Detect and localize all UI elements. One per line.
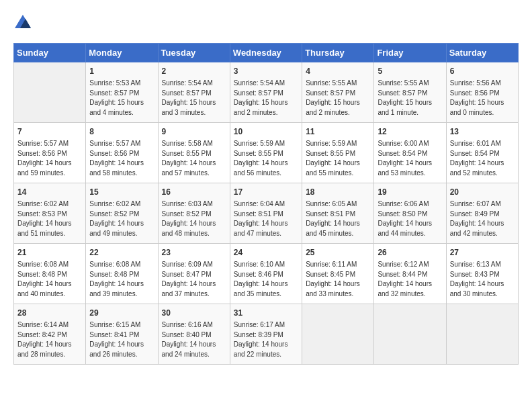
day-header-sunday: Sunday (14, 44, 86, 62)
cell-content: Sunrise: 6:08 AM Sunset: 8:48 PM Dayligh… (89, 260, 154, 299)
cell-content: Sunrise: 6:16 AM Sunset: 8:40 PM Dayligh… (162, 320, 226, 359)
day-number: 27 (450, 246, 515, 259)
calendar-cell: 16Sunrise: 6:03 AM Sunset: 8:52 PM Dayli… (158, 183, 230, 244)
day-header-wednesday: Wednesday (230, 44, 302, 62)
calendar-cell: 25Sunrise: 6:11 AM Sunset: 8:45 PM Dayli… (302, 244, 374, 304)
calendar-cell: 1Sunrise: 5:53 AM Sunset: 8:57 PM Daylig… (86, 62, 158, 123)
day-number: 22 (89, 246, 154, 259)
day-number: 26 (378, 246, 442, 259)
calendar-cell: 17Sunrise: 6:04 AM Sunset: 8:51 PM Dayli… (230, 183, 302, 244)
cell-content: Sunrise: 5:55 AM Sunset: 8:57 PM Dayligh… (306, 79, 370, 118)
day-number: 30 (162, 307, 226, 319)
week-row-3: 14Sunrise: 6:02 AM Sunset: 8:53 PM Dayli… (14, 183, 519, 244)
calendar-cell: 22Sunrise: 6:08 AM Sunset: 8:48 PM Dayli… (86, 244, 158, 304)
day-header-tuesday: Tuesday (158, 44, 230, 62)
cell-content: Sunrise: 6:02 AM Sunset: 8:53 PM Dayligh… (17, 199, 82, 238)
calendar-cell: 15Sunrise: 6:02 AM Sunset: 8:52 PM Dayli… (86, 183, 158, 244)
week-row-4: 21Sunrise: 6:08 AM Sunset: 8:48 PM Dayli… (14, 244, 519, 304)
day-number: 31 (234, 307, 298, 319)
cell-content: Sunrise: 6:17 AM Sunset: 8:39 PM Dayligh… (234, 320, 298, 359)
day-number: 20 (450, 186, 515, 198)
cell-content: Sunrise: 6:12 AM Sunset: 8:44 PM Dayligh… (378, 260, 442, 299)
logo (13, 13, 35, 32)
calendar-cell: 3Sunrise: 5:54 AM Sunset: 8:57 PM Daylig… (230, 62, 302, 123)
cell-content: Sunrise: 6:05 AM Sunset: 8:51 PM Dayligh… (306, 199, 370, 238)
header-row: SundayMondayTuesdayWednesdayThursdayFrid… (14, 44, 519, 62)
calendar-cell: 7Sunrise: 5:57 AM Sunset: 8:56 PM Daylig… (14, 123, 86, 183)
calendar-cell: 2Sunrise: 5:54 AM Sunset: 8:57 PM Daylig… (158, 62, 230, 123)
calendar-cell (14, 62, 86, 123)
day-number: 17 (234, 186, 298, 198)
calendar-cell: 31Sunrise: 6:17 AM Sunset: 8:39 PM Dayli… (230, 304, 302, 365)
calendar-cell: 4Sunrise: 5:55 AM Sunset: 8:57 PM Daylig… (302, 62, 374, 123)
cell-content: Sunrise: 5:54 AM Sunset: 8:57 PM Dayligh… (234, 79, 298, 118)
cell-content: Sunrise: 6:09 AM Sunset: 8:47 PM Dayligh… (162, 260, 226, 299)
calendar-cell: 24Sunrise: 6:10 AM Sunset: 8:46 PM Dayli… (230, 244, 302, 304)
cell-content: Sunrise: 5:58 AM Sunset: 8:55 PM Dayligh… (162, 139, 226, 178)
day-number: 6 (450, 65, 515, 77)
calendar-cell: 8Sunrise: 5:57 AM Sunset: 8:56 PM Daylig… (86, 123, 158, 183)
cell-content: Sunrise: 5:57 AM Sunset: 8:56 PM Dayligh… (89, 139, 154, 178)
day-number: 14 (17, 186, 82, 198)
cell-content: Sunrise: 6:00 AM Sunset: 8:54 PM Dayligh… (378, 139, 442, 178)
cell-content: Sunrise: 6:06 AM Sunset: 8:50 PM Dayligh… (378, 199, 442, 238)
calendar-cell: 20Sunrise: 6:07 AM Sunset: 8:49 PM Dayli… (446, 183, 518, 244)
cell-content: Sunrise: 6:08 AM Sunset: 8:48 PM Dayligh… (17, 260, 82, 299)
day-number: 24 (234, 246, 298, 259)
day-number: 13 (450, 126, 515, 138)
calendar-cell: 26Sunrise: 6:12 AM Sunset: 8:44 PM Dayli… (374, 244, 446, 304)
calendar-cell: 18Sunrise: 6:05 AM Sunset: 8:51 PM Dayli… (302, 183, 374, 244)
day-number: 5 (378, 65, 442, 77)
cell-content: Sunrise: 6:04 AM Sunset: 8:51 PM Dayligh… (234, 199, 298, 238)
day-number: 18 (306, 186, 370, 198)
calendar-cell: 21Sunrise: 6:08 AM Sunset: 8:48 PM Dayli… (14, 244, 86, 304)
cell-content: Sunrise: 6:11 AM Sunset: 8:45 PM Dayligh… (306, 260, 370, 299)
cell-content: Sunrise: 5:59 AM Sunset: 8:55 PM Dayligh… (306, 139, 370, 178)
day-number: 4 (306, 65, 370, 77)
calendar-cell: 27Sunrise: 6:13 AM Sunset: 8:43 PM Dayli… (446, 244, 518, 304)
day-header-monday: Monday (86, 44, 158, 62)
calendar-cell: 10Sunrise: 5:59 AM Sunset: 8:55 PM Dayli… (230, 123, 302, 183)
cell-content: Sunrise: 6:07 AM Sunset: 8:49 PM Dayligh… (450, 199, 515, 238)
cell-content: Sunrise: 6:02 AM Sunset: 8:52 PM Dayligh… (89, 199, 154, 238)
calendar-cell (446, 304, 518, 365)
cell-content: Sunrise: 5:55 AM Sunset: 8:57 PM Dayligh… (378, 79, 442, 118)
day-number: 11 (306, 126, 370, 138)
cell-content: Sunrise: 5:56 AM Sunset: 8:56 PM Dayligh… (450, 79, 515, 118)
day-number: 3 (234, 65, 298, 77)
day-number: 15 (89, 186, 154, 198)
cell-content: Sunrise: 6:01 AM Sunset: 8:54 PM Dayligh… (450, 139, 515, 178)
calendar-table: SundayMondayTuesdayWednesdayThursdayFrid… (13, 43, 519, 365)
cell-content: Sunrise: 6:03 AM Sunset: 8:52 PM Dayligh… (162, 199, 226, 238)
calendar-cell: 19Sunrise: 6:06 AM Sunset: 8:50 PM Dayli… (374, 183, 446, 244)
day-number: 10 (234, 126, 298, 138)
calendar-cell: 28Sunrise: 6:14 AM Sunset: 8:42 PM Dayli… (14, 304, 86, 365)
week-row-1: 1Sunrise: 5:53 AM Sunset: 8:57 PM Daylig… (14, 62, 519, 123)
day-header-friday: Friday (374, 44, 446, 62)
day-header-thursday: Thursday (302, 44, 374, 62)
calendar-cell: 11Sunrise: 5:59 AM Sunset: 8:55 PM Dayli… (302, 123, 374, 183)
calendar-cell: 30Sunrise: 6:16 AM Sunset: 8:40 PM Dayli… (158, 304, 230, 365)
cell-content: Sunrise: 5:59 AM Sunset: 8:55 PM Dayligh… (234, 139, 298, 178)
logo-icon (13, 13, 32, 32)
calendar-cell: 5Sunrise: 5:55 AM Sunset: 8:57 PM Daylig… (374, 62, 446, 123)
page-header (13, 13, 519, 32)
cell-content: Sunrise: 5:57 AM Sunset: 8:56 PM Dayligh… (17, 139, 82, 178)
cell-content: Sunrise: 6:13 AM Sunset: 8:43 PM Dayligh… (450, 260, 515, 299)
calendar-cell: 29Sunrise: 6:15 AM Sunset: 8:41 PM Dayli… (86, 304, 158, 365)
day-number: 19 (378, 186, 442, 198)
day-number: 8 (89, 126, 154, 138)
cell-content: Sunrise: 5:54 AM Sunset: 8:57 PM Dayligh… (162, 79, 226, 118)
calendar-cell: 23Sunrise: 6:09 AM Sunset: 8:47 PM Dayli… (158, 244, 230, 304)
calendar-cell (374, 304, 446, 365)
calendar-cell (302, 304, 374, 365)
cell-content: Sunrise: 6:15 AM Sunset: 8:41 PM Dayligh… (89, 320, 154, 359)
day-number: 9 (162, 126, 226, 138)
cell-content: Sunrise: 6:10 AM Sunset: 8:46 PM Dayligh… (234, 260, 298, 299)
day-number: 25 (306, 246, 370, 259)
calendar-cell: 14Sunrise: 6:02 AM Sunset: 8:53 PM Dayli… (14, 183, 86, 244)
week-row-2: 7Sunrise: 5:57 AM Sunset: 8:56 PM Daylig… (14, 123, 519, 183)
day-number: 7 (17, 126, 82, 138)
calendar-cell: 12Sunrise: 6:00 AM Sunset: 8:54 PM Dayli… (374, 123, 446, 183)
calendar-cell: 9Sunrise: 5:58 AM Sunset: 8:55 PM Daylig… (158, 123, 230, 183)
